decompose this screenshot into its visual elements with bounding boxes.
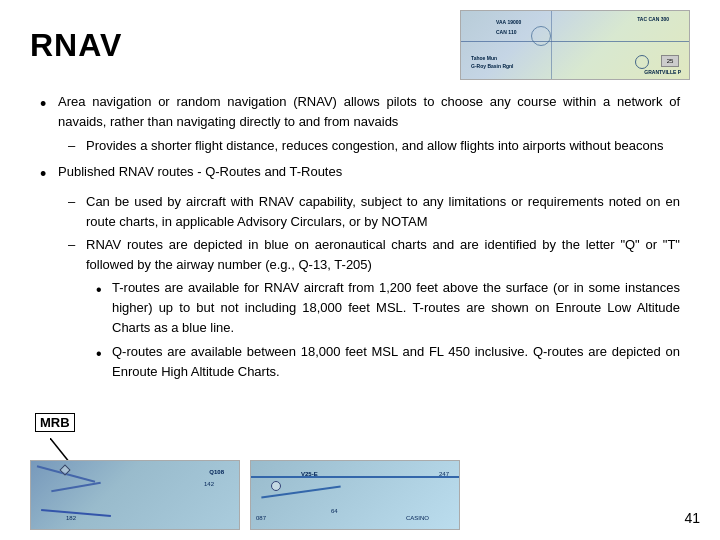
chart-label-hi2: 247 (439, 471, 449, 477)
chart-label-hi5: 64 (331, 508, 338, 514)
chart-box: 25 (661, 55, 679, 67)
chart-label-6: GRANTVILLE P (644, 69, 681, 75)
dash-row-3: – RNAV routes are depicted in blue on ae… (68, 235, 680, 275)
chart-label-1: VAA 19000 (496, 19, 521, 25)
chart-label-lo1: Q108 (209, 469, 224, 475)
sub-bullet-text-1: T-routes are available for RNAV aircraft… (112, 278, 680, 338)
chart-label-hi3: 087 (256, 515, 266, 521)
page-title: RNAV (30, 27, 122, 64)
chart-vor-symbol (271, 481, 281, 491)
bullet-section-1: • Area navigation or random navigation (… (40, 92, 680, 156)
chart-label-3: TAC CAN 300 (637, 16, 669, 22)
slide-container: RNAV VAA 19000 CAN 110 TAC CAN 300 25 Ta… (0, 0, 720, 540)
header-row: RNAV VAA 19000 CAN 110 TAC CAN 300 25 Ta… (30, 10, 690, 80)
bullet-dot-1: • (40, 92, 58, 117)
bullet-text-2: Published RNAV routes - Q-Routes and T-R… (58, 162, 342, 182)
chart-circle-1 (531, 26, 551, 46)
bottom-chart-right: V25-E 247 087 CASINO 64 (250, 460, 460, 530)
chart-label-5: G-Roy Basin Rgnl (471, 63, 514, 69)
chart-label-hi4: CASINO (406, 515, 429, 521)
dash-text-3: RNAV routes are depicted in blue on aero… (86, 235, 680, 275)
chart-label-lo3: 182 (66, 515, 76, 521)
page-number: 41 (684, 510, 700, 526)
sub-bullet-dot-2: • (96, 342, 112, 366)
chart-line-v (551, 11, 552, 79)
dash-sym-1: – (68, 136, 86, 156)
chart-label-hi1: V25-E (301, 471, 318, 477)
chart-airway-2 (51, 482, 101, 493)
chart-label-2: CAN 110 (496, 29, 517, 35)
chart-airway-h1 (251, 476, 459, 478)
dash-sym-3: – (68, 235, 86, 255)
dash-text-1: Provides a shorter flight distance, redu… (86, 136, 663, 156)
dash-sym-2: – (68, 192, 86, 212)
dash-row-2: – Can be used by aircraft with RNAV capa… (68, 192, 680, 232)
content-area: • Area navigation or random navigation (… (30, 92, 690, 382)
mrb-label: MRB (35, 413, 75, 432)
sub-bullet-row-2: • Q-routes are available between 18,000 … (96, 342, 680, 382)
sub-bullet-dot-1: • (96, 278, 112, 302)
bullet-text-1: Area navigation or random navigation (RN… (58, 92, 680, 132)
chart-circle-2 (635, 55, 649, 69)
chart-label-4: Tahoe Mun (471, 55, 497, 61)
bullet-section-2: • Published RNAV routes - Q-Routes and T… (40, 162, 680, 381)
bottom-charts: Q108 142 182 V25-E 247 087 CASINO 64 (0, 460, 720, 530)
bullet-dot-2: • (40, 162, 58, 187)
sub-bullet-text-2: Q-routes are available between 18,000 fe… (112, 342, 680, 382)
chart-line-h (461, 41, 689, 42)
bullet-row-1: • Area navigation or random navigation (… (40, 92, 680, 132)
chart-label-lo2: 142 (204, 481, 214, 487)
bottom-chart-left: Q108 142 182 (30, 460, 240, 530)
header-chart-image: VAA 19000 CAN 110 TAC CAN 300 25 Tahoe M… (460, 10, 690, 80)
sub-bullet-row-1: • T-routes are available for RNAV aircra… (96, 278, 680, 338)
bullet-row-2: • Published RNAV routes - Q-Routes and T… (40, 162, 680, 187)
dash-text-2: Can be used by aircraft with RNAV capabi… (86, 192, 680, 232)
dash-row-1: – Provides a shorter flight distance, re… (68, 136, 680, 156)
